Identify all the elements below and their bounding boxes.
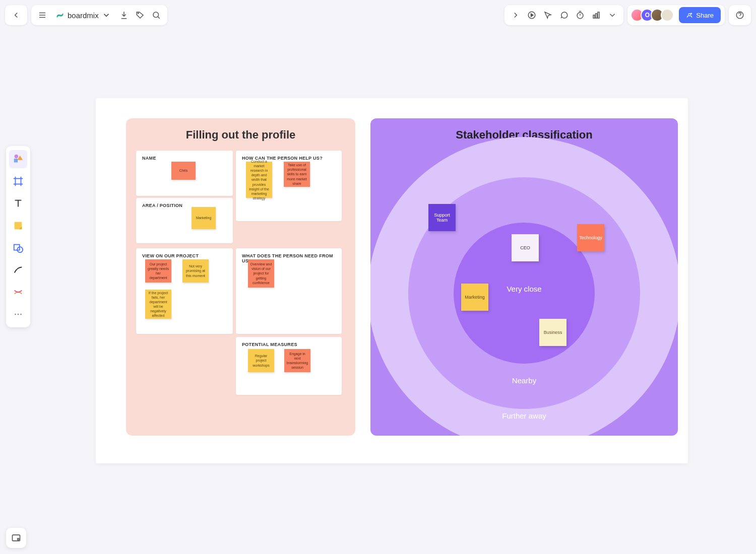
note-measures-1[interactable]: Regular project workshops bbox=[248, 349, 274, 372]
stakeholder-panel[interactable]: Stakeholder classification Very close Ne… bbox=[370, 118, 678, 436]
box-area[interactable]: AREA / POSITION Marketing bbox=[136, 198, 233, 243]
note-view-2[interactable]: Not very promising at this moment bbox=[182, 259, 209, 283]
collaborator-avatars[interactable]: O bbox=[634, 9, 674, 22]
note-measures-2[interactable]: Engage in next brainstorming session bbox=[284, 349, 310, 372]
download-button[interactable] bbox=[116, 7, 132, 23]
svg-rect-13 bbox=[14, 159, 18, 162]
sticky-ceo[interactable]: CEO bbox=[512, 234, 539, 261]
shapes-tool[interactable] bbox=[9, 150, 27, 168]
back-button[interactable] bbox=[8, 7, 24, 23]
timer-button[interactable] bbox=[572, 7, 588, 23]
box-measures[interactable]: POTENTIAL MEASURES Regular project works… bbox=[236, 337, 342, 395]
note-area[interactable]: Marketing bbox=[192, 207, 216, 229]
more-tools[interactable] bbox=[9, 305, 27, 323]
help-button[interactable] bbox=[732, 7, 748, 23]
menu-button[interactable] bbox=[34, 7, 50, 23]
play-button[interactable] bbox=[524, 7, 540, 23]
svg-point-27 bbox=[18, 538, 19, 540]
note-view-1[interactable]: Our project greatly needs her department bbox=[145, 259, 171, 283]
label-name: NAME bbox=[142, 156, 227, 161]
svg-rect-10 bbox=[596, 14, 597, 18]
more-tools-button[interactable] bbox=[604, 7, 620, 23]
text-tool[interactable] bbox=[9, 194, 27, 213]
sticky-support[interactable]: Support Team bbox=[428, 204, 456, 231]
label-measures: POTENTIAL MEASURES bbox=[242, 342, 336, 347]
svg-rect-11 bbox=[598, 12, 599, 18]
share-button[interactable]: Share bbox=[679, 7, 721, 23]
label-view: VIEW ON OUR PROJECT bbox=[142, 253, 227, 258]
svg-rect-9 bbox=[593, 15, 595, 18]
chart-button[interactable] bbox=[588, 7, 604, 23]
box-view[interactable]: VIEW ON OUR PROJECT Our project greatly … bbox=[136, 248, 233, 334]
shape-tool[interactable] bbox=[9, 239, 27, 257]
note-help-2[interactable]: Take use of professional skills to earn … bbox=[284, 162, 310, 187]
label-outer: Further away bbox=[502, 411, 546, 420]
cursor-button[interactable] bbox=[540, 7, 556, 23]
app-name: boardmix bbox=[68, 11, 99, 20]
profile-title: Filling out the profile bbox=[136, 128, 345, 142]
svg-line-5 bbox=[158, 17, 160, 19]
box-help[interactable]: HOW CAN THE PERSON HELP US? Conduct a ma… bbox=[236, 151, 342, 221]
note-name[interactable]: Chris bbox=[171, 162, 196, 180]
svg-point-3 bbox=[138, 13, 139, 14]
svg-point-4 bbox=[153, 12, 159, 18]
comment-button[interactable] bbox=[556, 7, 572, 23]
note-view-3[interactable]: If the project fails, her department wil… bbox=[145, 290, 171, 319]
label-inner: Very close bbox=[507, 285, 541, 293]
profile-panel[interactable]: Filling out the profile NAME Chris AREA … bbox=[126, 118, 355, 436]
search-button[interactable] bbox=[148, 7, 164, 23]
share-label: Share bbox=[696, 12, 714, 19]
svg-point-25 bbox=[20, 314, 22, 315]
box-need[interactable]: WHAT DOES THE PERSON NEED FROM US? Overv… bbox=[236, 248, 342, 334]
connector-tool[interactable] bbox=[9, 283, 27, 301]
svg-point-24 bbox=[18, 314, 19, 315]
line-tool[interactable] bbox=[9, 261, 27, 279]
tag-button[interactable] bbox=[132, 7, 148, 23]
sticky-tool[interactable] bbox=[9, 217, 27, 235]
box-name[interactable]: NAME Chris bbox=[136, 151, 233, 196]
svg-point-15 bbox=[15, 155, 18, 158]
note-help-1[interactable]: Conduct a market research in depth and w… bbox=[246, 162, 272, 198]
canvas[interactable]: Filling out the profile NAME Chris AREA … bbox=[96, 98, 688, 463]
app-brand[interactable]: boardmix bbox=[50, 11, 116, 20]
avatar[interactable] bbox=[661, 9, 674, 22]
svg-point-23 bbox=[15, 314, 16, 315]
expand-button[interactable] bbox=[508, 7, 524, 23]
sticky-marketing[interactable]: Marketing bbox=[461, 284, 488, 311]
label-mid: Nearby bbox=[512, 376, 536, 385]
svg-marker-7 bbox=[531, 14, 534, 17]
sticky-business[interactable]: Business bbox=[539, 319, 566, 346]
sticky-tech[interactable]: Technology bbox=[577, 224, 604, 251]
note-need-1[interactable]: Overview and vision of our project for g… bbox=[248, 259, 274, 288]
frame-tool[interactable] bbox=[9, 172, 27, 190]
minimap-button[interactable] bbox=[6, 528, 26, 548]
